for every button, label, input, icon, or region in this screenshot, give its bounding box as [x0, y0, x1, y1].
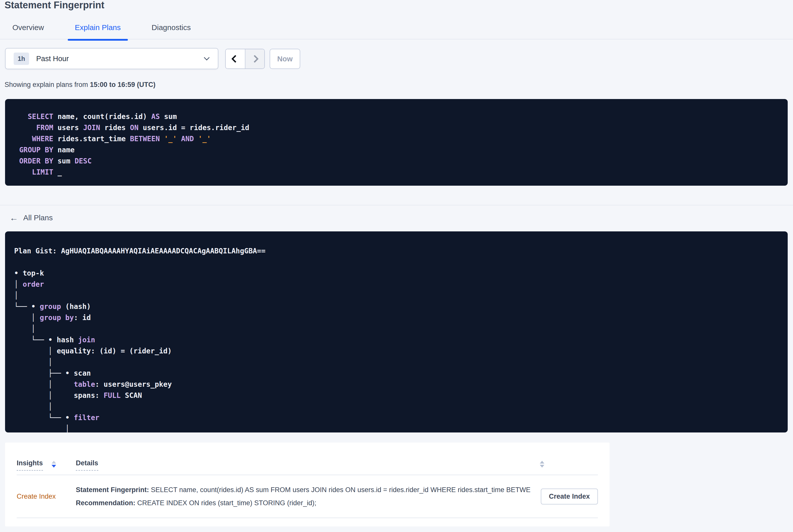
tab-diagnostics[interactable]: Diagnostics — [152, 23, 191, 39]
sort-down-triangle — [540, 465, 544, 468]
tab-explain-plans[interactable]: Explain Plans — [75, 23, 121, 39]
create-index-button[interactable]: Create Index — [541, 489, 598, 505]
chevron-right-icon — [251, 55, 259, 63]
fingerprint-label: Statement Fingerprint: — [76, 486, 149, 494]
showing-plans-text: Showing explain plans from 15:00 to 16:5… — [4, 81, 155, 89]
chevron-down-icon — [204, 55, 210, 61]
time-nav-button-group — [225, 49, 265, 69]
insights-column-header[interactable]: Insights — [17, 459, 43, 471]
showing-plans-range: 15:00 to 16:59 (UTC) — [90, 81, 156, 89]
details-column-header[interactable]: Details — [76, 459, 98, 471]
chevron-left-icon — [231, 55, 239, 63]
time-range-dropdown[interactable]: 1h Past Hour — [5, 48, 218, 69]
plan-gist-label: Plan Gist: — [14, 247, 61, 255]
plan-gist-line: Plan Gist: AgHUAQIABQAAAAHYAQIAiAEAAAADC… — [14, 246, 778, 256]
fingerprint-text: SELECT name, count(rides.id) AS sum FROM… — [149, 486, 531, 494]
recommendation-line: Recommendation: CREATE INDEX ON rides (s… — [76, 499, 531, 507]
tab-bar: Overview Explain Plans Diagnostics — [0, 23, 793, 39]
statement-fingerprint-line: Statement Fingerprint: SELECT name, coun… — [76, 486, 531, 494]
sort-icon-details[interactable] — [540, 461, 544, 468]
page-title: Statement Fingerprint — [4, 0, 105, 11]
plan-tree: • top-k│ order│└── • group (hash) │ grou… — [14, 268, 778, 433]
create-index-link[interactable]: Create Index — [17, 493, 76, 500]
sort-up-triangle — [52, 461, 56, 463]
insights-table-header: Insights Details — [17, 442, 598, 475]
sql-statement-code: SELECT name, count(rides.id) AS sum FROM… — [19, 111, 778, 178]
table-row: Create Index Statement Fingerprint: SELE… — [17, 475, 598, 518]
sort-down-triangle — [52, 465, 56, 468]
time-range-badge: 1h — [14, 53, 29, 65]
now-button[interactable]: Now — [270, 49, 300, 69]
insights-column-header-cell: Insights — [17, 459, 76, 471]
previous-time-button[interactable] — [226, 49, 245, 69]
plan-gist-card: Plan Gist: AgHUAQIABQAAAAHYAQIAiAEAAAADC… — [5, 231, 788, 433]
all-plans-back-link[interactable]: ← All Plans — [10, 213, 53, 222]
all-plans-label: All Plans — [23, 213, 53, 222]
plan-gist-value: AgHUAQIABQAAAAHYAQIAiAEAAAADCQACAgAABQIL… — [61, 247, 265, 255]
back-arrow-icon: ← — [10, 214, 18, 222]
recommendation-label: Recommendation: — [76, 499, 135, 507]
sort-icon-insights[interactable] — [52, 461, 56, 468]
showing-plans-prefix: Showing explain plans from — [4, 81, 90, 89]
sort-up-triangle — [540, 461, 544, 463]
next-time-button[interactable] — [245, 49, 265, 69]
time-range-label: Past Hour — [36, 55, 69, 63]
sql-statement-card: SELECT name, count(rides.id) AS sum FROM… — [5, 99, 788, 186]
recommendation-text: CREATE INDEX ON rides (start_time) STORI… — [135, 499, 316, 507]
insight-details: Statement Fingerprint: SELECT name, coun… — [76, 486, 531, 507]
separator — [0, 205, 793, 205]
statement-fingerprint-page: Statement Fingerprint Overview Explain P… — [0, 0, 793, 532]
insights-table-card: Insights Details Create Index Statement … — [5, 442, 609, 527]
tab-overview[interactable]: Overview — [12, 23, 44, 39]
